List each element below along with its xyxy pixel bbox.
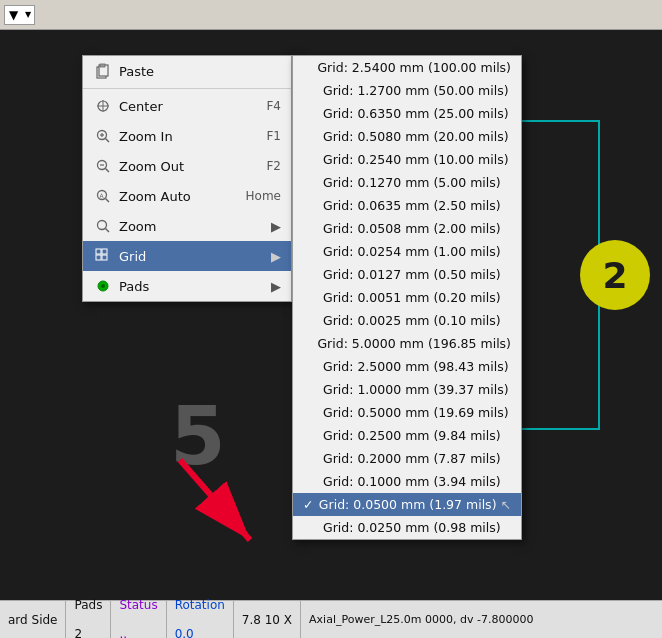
submenu-item-1[interactable]: Grid: 1.2700 mm (50.00 mils) [293, 79, 521, 102]
zoom-auto-shortcut: Home [246, 189, 281, 203]
svg-line-19 [106, 229, 110, 233]
status-section-side: ard Side [0, 601, 66, 638]
submenu-item-label: Grid: 0.2000 mm (7.87 mils) [323, 451, 501, 466]
zoom-auto-label: Zoom Auto [119, 189, 191, 204]
submenu-item-14[interactable]: Grid: 1.0000 mm (39.37 mils) [293, 378, 521, 401]
submenu-item-13[interactable]: Grid: 2.5000 mm (98.43 mils) [293, 355, 521, 378]
svg-rect-22 [96, 255, 101, 260]
submenu-item-label: Grid: 0.0500 mm (1.97 mils) [319, 497, 497, 512]
submenu-item-11[interactable]: Grid: 0.0025 mm (0.10 mils) [293, 309, 521, 332]
status-section-coords: 7.8 10 X [234, 601, 301, 638]
menu-item-paste[interactable]: Paste [83, 56, 291, 86]
submenu-item-label: Grid: 0.0254 mm (1.00 mils) [323, 244, 501, 259]
svg-point-25 [101, 284, 105, 288]
submenu-item-5[interactable]: Grid: 0.1270 mm (5.00 mils) [293, 171, 521, 194]
submenu-item-label: Grid: 1.0000 mm (39.37 mils) [323, 382, 509, 397]
menu-item-zoom[interactable]: Zoom ▶ [83, 211, 291, 241]
svg-rect-23 [102, 255, 107, 260]
svg-point-18 [98, 221, 107, 230]
submenu-item-19[interactable]: ✓Grid: 0.0500 mm (1.97 mils)↖ [293, 493, 521, 516]
submenu-item-label: Grid: 0.0051 mm (0.20 mils) [323, 290, 501, 305]
check-icon: ✓ [303, 497, 315, 512]
svg-rect-21 [102, 249, 107, 254]
menu-item-zoom-in[interactable]: Zoom In F1 [83, 121, 291, 151]
zoom-out-shortcut: F2 [266, 159, 281, 173]
bg-number-2: 2 [580, 240, 650, 310]
grid-label: Grid [119, 249, 146, 264]
submenu-item-label: Grid: 0.0508 mm (2.00 mils) [323, 221, 501, 236]
submenu-item-8[interactable]: Grid: 0.0254 mm (1.00 mils) [293, 240, 521, 263]
menu-item-grid[interactable]: Grid ▶ [83, 241, 291, 271]
submenu-item-12[interactable]: Grid: 5.0000 mm (196.85 mils) [293, 332, 521, 355]
bg-number-5: 5 [170, 390, 226, 483]
submenu-item-16[interactable]: Grid: 0.2500 mm (9.84 mils) [293, 424, 521, 447]
submenu-item-7[interactable]: Grid: 0.0508 mm (2.00 mils) [293, 217, 521, 240]
submenu-item-label: Grid: 0.5000 mm (19.69 mils) [323, 405, 509, 420]
paste-label: Paste [119, 64, 154, 79]
paste-icon [93, 61, 113, 81]
pads-icon [93, 276, 113, 296]
context-menu: Paste Center F4 Zoom In F1 [82, 55, 292, 302]
svg-line-16 [106, 199, 110, 203]
submenu-item-label: Grid: 0.1000 mm (3.94 mils) [323, 474, 501, 489]
menu-item-zoom-auto[interactable]: A Zoom Auto Home [83, 181, 291, 211]
toolbar-dropdown[interactable]: ▼ [4, 5, 35, 25]
submenu-item-label: Grid: 0.0635 mm (2.50 mils) [323, 198, 501, 213]
submenu-item-6[interactable]: Grid: 0.0635 mm (2.50 mils) [293, 194, 521, 217]
menu-item-center[interactable]: Center F4 [83, 91, 291, 121]
submenu-item-label: Grid: 0.0127 mm (0.50 mils) [323, 267, 501, 282]
submenu-item-17[interactable]: Grid: 0.2000 mm (7.87 mils) [293, 447, 521, 470]
submenu-item-label: Grid: 0.2500 mm (9.84 mils) [323, 428, 501, 443]
svg-rect-4 [100, 64, 105, 67]
submenu-item-label: Grid: 0.1270 mm (5.00 mils) [323, 175, 501, 190]
submenu-item-label: Grid: 2.5400 mm (100.00 mils) [317, 60, 511, 75]
menu-item-zoom-out[interactable]: Zoom Out F2 [83, 151, 291, 181]
toolbar: ▼ [0, 0, 662, 30]
pads-arrow-icon: ▶ [271, 279, 281, 294]
zoom-out-icon [93, 156, 113, 176]
svg-text:A: A [100, 192, 105, 199]
grid-submenu: Grid: 2.5400 mm (100.00 mils)Grid: 1.270… [292, 55, 522, 540]
status-section-status: Status .. [111, 601, 166, 638]
submenu-item-4[interactable]: Grid: 0.2540 mm (10.00 mils) [293, 148, 521, 171]
zoom-arrow-icon: ▶ [271, 219, 281, 234]
zoom-in-label: Zoom In [119, 129, 173, 144]
submenu-item-label: Grid: 0.0025 mm (0.10 mils) [323, 313, 501, 328]
zoom-in-icon [93, 126, 113, 146]
submenu-item-9[interactable]: Grid: 0.0127 mm (0.50 mils) [293, 263, 521, 286]
submenu-item-label: Grid: 1.2700 mm (50.00 mils) [323, 83, 509, 98]
submenu-item-label: Grid: 5.0000 mm (196.85 mils) [317, 336, 511, 351]
svg-line-13 [106, 169, 110, 173]
submenu-item-label: Grid: 0.0250 mm (0.98 mils) [323, 520, 501, 535]
submenu-item-3[interactable]: Grid: 0.5080 mm (20.00 mils) [293, 125, 521, 148]
zoom-in-shortcut: F1 [266, 129, 281, 143]
status-section-component: Axial_Power_L25.0m 0000, dv -7.800000 [301, 601, 662, 638]
submenu-item-10[interactable]: Grid: 0.0051 mm (0.20 mils) [293, 286, 521, 309]
status-bar: ard Side Pads 2 Status .. Rotation 0.0 7… [0, 600, 662, 638]
zoom-out-label: Zoom Out [119, 159, 184, 174]
status-section-rotation: Rotation 0.0 [167, 601, 234, 638]
zoom-submenu-icon [93, 216, 113, 236]
menu-item-pads[interactable]: Pads ▶ [83, 271, 291, 301]
zoom-label: Zoom [119, 219, 156, 234]
grid-arrow-icon: ▶ [271, 249, 281, 264]
submenu-item-label: Grid: 0.6350 mm (25.00 mils) [323, 106, 509, 121]
toolbar-dropdown-value: ▼ [9, 8, 18, 22]
status-section-pads: Pads 2 [66, 601, 111, 638]
svg-line-9 [106, 139, 110, 143]
submenu-item-2[interactable]: Grid: 0.6350 mm (25.00 mils) [293, 102, 521, 125]
submenu-item-label: Grid: 2.5000 mm (98.43 mils) [323, 359, 509, 374]
center-label: Center [119, 99, 163, 114]
submenu-item-label: Grid: 0.2540 mm (10.00 mils) [323, 152, 509, 167]
submenu-item-15[interactable]: Grid: 0.5000 mm (19.69 mils) [293, 401, 521, 424]
grid-icon [93, 246, 113, 266]
cursor-icon: ↖ [501, 497, 511, 512]
pads-label: Pads [119, 279, 149, 294]
submenu-item-20[interactable]: Grid: 0.0250 mm (0.98 mils) [293, 516, 521, 539]
center-icon [93, 96, 113, 116]
separator-1 [83, 88, 291, 89]
center-shortcut: F4 [266, 99, 281, 113]
submenu-item-0[interactable]: Grid: 2.5400 mm (100.00 mils) [293, 56, 521, 79]
zoom-auto-icon: A [93, 186, 113, 206]
submenu-item-18[interactable]: Grid: 0.1000 mm (3.94 mils) [293, 470, 521, 493]
